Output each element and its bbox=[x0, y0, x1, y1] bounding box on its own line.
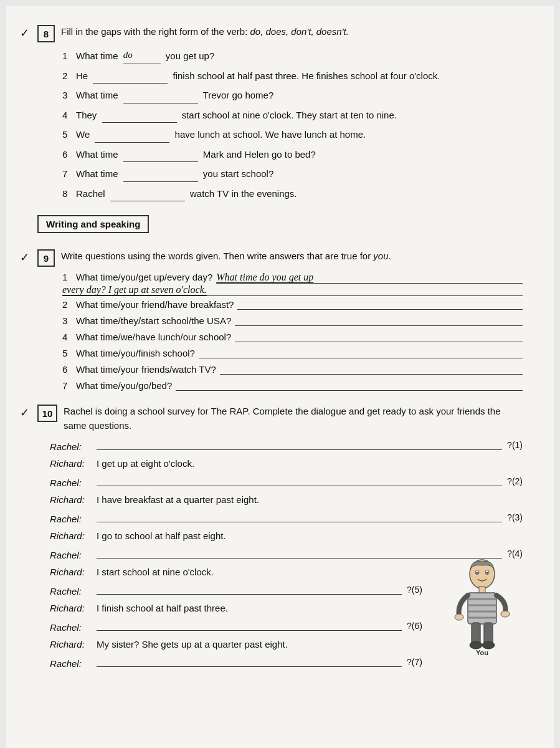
svg-point-15 bbox=[470, 641, 482, 649]
speaker-rachel: Rachel: bbox=[50, 477, 97, 488]
table-row: 8 Rachel watch TV in the evenings. bbox=[62, 186, 523, 202]
character-svg: You bbox=[448, 557, 516, 656]
exercise-8-instruction: Fill in the gaps with the right form of … bbox=[61, 25, 349, 39]
svg-point-11 bbox=[455, 614, 463, 620]
list-item: 2 What time/your friend/have breakfast? bbox=[62, 299, 523, 310]
exercise-10: ✓ 10 Rachel is doing a school survey for… bbox=[37, 405, 523, 669]
svg-point-3 bbox=[476, 572, 478, 574]
question-num: ?(2) bbox=[507, 476, 523, 486]
dialogue-blank bbox=[97, 511, 502, 522]
dialogue-answer: I finish school at half past three. bbox=[97, 603, 228, 613]
item-text: What time/we/have lunch/our school? bbox=[76, 332, 231, 342]
speaker-rachel: Rachel: bbox=[50, 514, 97, 524]
dialogue-blank bbox=[97, 583, 402, 595]
dialogue-content: ?(7) bbox=[97, 656, 523, 667]
dialogue-blank bbox=[97, 547, 502, 559]
dialogue-content: I have breakfast at a quarter past eight… bbox=[97, 494, 523, 505]
item-num: 5 bbox=[62, 127, 76, 143]
dialogue-answer: I start school at nine o'clock. bbox=[97, 567, 214, 577]
item-num: 8 bbox=[62, 186, 76, 202]
dialogue-content: ?(3) bbox=[97, 511, 523, 522]
item-num: 7 bbox=[62, 380, 76, 391]
item-num: 3 bbox=[62, 315, 76, 326]
dialogue-content: ?(2) bbox=[97, 475, 523, 486]
item-num: 3 bbox=[62, 87, 76, 103]
item-num: 1 bbox=[62, 48, 76, 64]
speaker-rachel: Rachel: bbox=[50, 441, 97, 452]
dialogue-answer: I go to school at half past eight. bbox=[97, 530, 226, 541]
item-text: What time Mark and Helen go to bed? bbox=[76, 146, 316, 163]
question-num: ?(3) bbox=[507, 512, 523, 522]
dialogue-answer: I have breakfast at a quarter past eight… bbox=[97, 494, 259, 505]
speaker-richard: Richard: bbox=[50, 530, 97, 541]
dialogue-answer: I get up at eight o'clock. bbox=[97, 458, 194, 469]
speaker-richard: Richard: bbox=[50, 567, 97, 577]
table-row: 5 We have lunch at school. We have lunch… bbox=[62, 127, 523, 143]
exercise-10-header: 10 Rachel is doing a school survey for T… bbox=[37, 405, 523, 433]
table-row: 7 What time you start school? bbox=[62, 166, 523, 182]
item-text: We have lunch at school. We have lunch a… bbox=[76, 127, 366, 143]
exercise-8-header: 8 Fill in the gaps with the right form o… bbox=[37, 25, 523, 42]
blank bbox=[123, 181, 198, 182]
item-text: What time/you/go/bed? bbox=[76, 380, 172, 391]
answer-text-1b: every day? I get up at seven o'clock. bbox=[62, 284, 207, 295]
item-num: 6 bbox=[62, 364, 76, 375]
blank-filled: do bbox=[123, 47, 161, 64]
question-num: ?(5) bbox=[407, 585, 422, 595]
writing-speaking-section: Writing and speaking bbox=[37, 215, 523, 241]
item-text: What time/you/get up/every day? bbox=[76, 272, 212, 282]
item-num: 2 bbox=[62, 299, 76, 310]
dialogue-row-rachel-7: Rachel: ?(7) bbox=[50, 656, 523, 669]
exercise-9: ✓ 9 Write questions using the words give… bbox=[37, 249, 523, 391]
section-header-label: Writing and speaking bbox=[37, 215, 149, 233]
svg-point-4 bbox=[486, 572, 488, 574]
item-num: 2 bbox=[62, 68, 76, 84]
dialogue-row-richard-2: Richard: I have breakfast at a quarter p… bbox=[50, 494, 523, 505]
speaker-rachel: Rachel: bbox=[50, 550, 97, 560]
blank bbox=[123, 161, 198, 162]
checkmark-10: ✓ bbox=[20, 406, 29, 420]
svg-point-16 bbox=[482, 641, 495, 649]
list-item: 4 What time/we/have lunch/our school? bbox=[62, 331, 523, 342]
speaker-richard: Richard: bbox=[50, 494, 97, 505]
dialogue-content: I go to school at half past eight. bbox=[97, 530, 523, 541]
item-num: 4 bbox=[62, 332, 76, 342]
item-text: What time/they/start school/the USA? bbox=[76, 315, 231, 326]
exercise-number-10: 10 bbox=[37, 405, 57, 422]
blank bbox=[102, 122, 177, 123]
checkmark-9: ✓ bbox=[20, 251, 29, 264]
exercise-8-items: 1 What time do you get up? 2 He finish s… bbox=[62, 47, 523, 201]
list-item: 6 What time/your friends/watch TV? bbox=[62, 363, 523, 375]
dialogue-row-rachel-1: Rachel: ?(1) bbox=[50, 439, 523, 452]
item-num: 6 bbox=[62, 146, 76, 163]
item-text: Rachel watch TV in the evenings. bbox=[76, 186, 297, 202]
dialogue-content: I get up at eight o'clock. bbox=[97, 458, 523, 469]
blank bbox=[110, 201, 185, 201]
exercise-9-instruction: Write questions using the words given. T… bbox=[61, 249, 391, 264]
item-text: He finish school at half past three. He … bbox=[76, 68, 440, 84]
item-text: What time Trevor go home? bbox=[76, 87, 273, 103]
speaker-richard: Richard: bbox=[50, 603, 97, 613]
table-row: 4 They start school at nine o'clock. The… bbox=[62, 107, 523, 123]
question-num: ?(6) bbox=[407, 621, 422, 631]
list-item: 5 What time/you/finish school? bbox=[62, 347, 523, 358]
dialogue-row-richard-1: Richard: I get up at eight o'clock. bbox=[50, 458, 523, 469]
dialogue-row-rachel-3: Rachel: ?(3) bbox=[50, 511, 523, 524]
page: ✓ 8 Fill in the gaps with the right form… bbox=[6, 6, 554, 748]
dialogue-answer: My sister? She gets up at a quarter past… bbox=[97, 639, 288, 650]
exercise-number-8: 8 bbox=[37, 25, 55, 42]
speaker-richard: Richard: bbox=[50, 639, 97, 650]
item-num: 7 bbox=[62, 166, 76, 182]
speaker-rachel: Rachel: bbox=[50, 586, 97, 597]
item-num: 1 bbox=[62, 272, 76, 282]
character-illustration: You bbox=[448, 557, 516, 656]
dialogue-row-richard-3: Richard: I go to school at half past eig… bbox=[50, 530, 523, 541]
table-row: 3 What time Trevor go home? bbox=[62, 87, 523, 103]
item-text: What time/you/finish school? bbox=[76, 348, 195, 358]
list-item: 7 What time/you/go/bed? bbox=[62, 380, 523, 391]
exercise-number-9: 9 bbox=[37, 249, 55, 267]
blank bbox=[123, 103, 198, 103]
checkmark-8: ✓ bbox=[20, 26, 29, 40]
dialogue-content: ?(1) bbox=[97, 439, 523, 450]
svg-text:You: You bbox=[476, 649, 488, 656]
